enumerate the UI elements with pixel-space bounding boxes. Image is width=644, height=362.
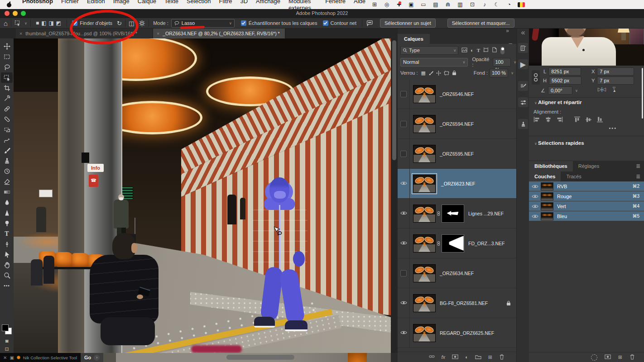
- belgium-flag-icon[interactable]: [516, 1, 526, 8]
- move-tool[interactable]: [1, 41, 13, 52]
- volume-icon[interactable]: ♪: [480, 1, 490, 8]
- quick-selections-title[interactable]: Sélections rapides: [538, 140, 584, 146]
- screen-record-icon[interactable]: ▭: [418, 1, 428, 8]
- tab-traces[interactable]: Tracés: [561, 171, 586, 182]
- layer-thumbnail[interactable]: [413, 294, 436, 312]
- actions-play-icon[interactable]: ▶: [518, 59, 528, 69]
- type-tool[interactable]: T: [1, 229, 13, 239]
- layer-thumbnail[interactable]: [413, 145, 436, 163]
- layer-visibility-checkbox[interactable]: [400, 270, 407, 276]
- lock-transparency-icon[interactable]: ▦: [421, 70, 426, 76]
- tool-preset-icon[interactable]: ∨: [14, 20, 27, 26]
- layer-visibility-eye-icon[interactable]: [400, 241, 407, 246]
- foreground-color-swatch[interactable]: [2, 324, 9, 331]
- blend-mode-dropdown[interactable]: Normal∨: [400, 58, 468, 67]
- align-left-icon[interactable]: [533, 116, 540, 123]
- layer-thumbnail[interactable]: [413, 264, 436, 282]
- selection-mode-icons[interactable]: ■◧◨◩: [36, 20, 63, 26]
- object-selection-tool[interactable]: [1, 72, 13, 83]
- zoom-tool[interactable]: [1, 270, 13, 281]
- filter-adjustment-icon[interactable]: ◐: [471, 48, 474, 53]
- delete-channel-trash-icon[interactable]: [630, 354, 635, 361]
- tab-couches[interactable]: Couches: [529, 171, 561, 182]
- gradient-tool[interactable]: [1, 187, 13, 197]
- align-top-icon[interactable]: [574, 116, 581, 123]
- eraser-tool[interactable]: [1, 176, 13, 187]
- add-mask-icon[interactable]: [452, 354, 458, 360]
- history-brush-tool[interactable]: [1, 166, 13, 176]
- crop-tool[interactable]: [1, 83, 13, 93]
- align-bottom-icon[interactable]: [596, 116, 603, 123]
- document-canvas[interactable]: Info ☎: [14, 38, 391, 353]
- tab-bibliotheques[interactable]: Bibliothèques: [529, 161, 573, 171]
- document-tab-1[interactable]: ×_ORZ6634.NEF @ 80,2% (_ORZ6623.NEF, RVB…: [153, 28, 285, 38]
- layer-name[interactable]: _ORZ6546.NEF: [440, 91, 474, 97]
- fill-chevron-icon[interactable]: ∨: [511, 71, 514, 75]
- clone-stamp-tool[interactable]: [1, 156, 13, 166]
- path-selection-tool[interactable]: [1, 249, 13, 260]
- layer-style-fx-icon[interactable]: fx: [442, 354, 446, 360]
- window-icon[interactable]: ▣: [10, 355, 14, 360]
- moon-icon[interactable]: ☾: [492, 1, 502, 8]
- channel-visibility-eye-icon[interactable]: [529, 204, 541, 209]
- layer-name[interactable]: Lignes ...29.NEF: [468, 211, 504, 216]
- layer-name[interactable]: _ORZ6594.NEF: [440, 121, 474, 127]
- clipboard-icon[interactable]: ▤: [431, 1, 441, 8]
- lock-paint-icon[interactable]: [428, 71, 433, 76]
- channel-row-Rouge[interactable]: Rouge⌘3: [529, 191, 644, 201]
- tab-reglages[interactable]: Réglages: [573, 161, 605, 171]
- brushes-panel-icon[interactable]: [518, 81, 528, 91]
- new-group-folder-icon[interactable]: [475, 354, 481, 360]
- layer-row-0[interactable]: _ORZ6546.NEF: [398, 79, 516, 109]
- spot-healing-tool[interactable]: [1, 104, 13, 114]
- patch-tool[interactable]: [1, 124, 13, 135]
- apple-icon[interactable]: [6, 1, 12, 8]
- video-camera-icon[interactable]: ▣: [406, 1, 416, 8]
- selected-person-head[interactable]: [269, 177, 289, 203]
- home-icon[interactable]: ⌂: [4, 19, 8, 27]
- window-manager-icon[interactable]: ▥: [455, 1, 465, 8]
- lasso-tool[interactable]: [1, 62, 13, 72]
- adjustments-panel-icon[interactable]: [518, 43, 528, 53]
- layer-visibility-checkbox[interactable]: [400, 151, 407, 157]
- panel-scrollbar[interactable]: [642, 68, 643, 119]
- close-icon[interactable]: ✕: [3, 355, 7, 360]
- layer-visibility-checkbox[interactable]: [400, 91, 407, 97]
- channel-visibility-eye-icon[interactable]: [529, 184, 541, 189]
- align-more-options[interactable]: •••: [609, 125, 617, 131]
- marquee-tool[interactable]: [1, 52, 13, 62]
- eyedropper-tool[interactable]: [1, 93, 13, 104]
- layer-name[interactable]: _ORZ6634.NEF: [440, 271, 474, 276]
- brush-tool[interactable]: [1, 145, 13, 156]
- save-selection-mask-icon[interactable]: [605, 354, 611, 360]
- fan-icon[interactable]: ◔: [504, 1, 514, 8]
- filter-smart-object-icon[interactable]: [492, 47, 497, 53]
- angle-chevron-icon[interactable]: ∨: [575, 89, 578, 93]
- color-swatches[interactable]: [2, 324, 12, 334]
- layer-name[interactable]: REGARD_ORZ6625.NEF: [440, 330, 494, 336]
- channel-visibility-eye-icon[interactable]: [529, 194, 541, 199]
- quick-mask-icon[interactable]: ◙: [0, 338, 14, 343]
- gear-icon[interactable]: [139, 20, 145, 27]
- layer-filter-dropdown[interactable]: Type ∨: [400, 46, 458, 55]
- healing-brush-tool[interactable]: [1, 114, 13, 124]
- feedback-comment-icon[interactable]: [365, 20, 373, 26]
- layer-thumbnail[interactable]: [413, 115, 436, 133]
- layer-thumbnail[interactable]: [413, 85, 436, 103]
- layer-name[interactable]: FD_ORZ...3.NEF: [468, 241, 505, 246]
- y-field[interactable]: 7 px: [597, 76, 634, 85]
- layer-visibility-eye-icon[interactable]: [400, 330, 407, 336]
- layer-thumbnail[interactable]: [413, 205, 436, 223]
- layer-visibility-eye-icon[interactable]: [400, 300, 407, 306]
- layer-visibility-eye-icon[interactable]: [400, 211, 407, 216]
- lock-position-icon[interactable]: [436, 71, 441, 76]
- close-tab-icon[interactable]: ×: [19, 31, 22, 36]
- filter-shape-icon[interactable]: [483, 48, 489, 53]
- canvas-vertical-scrollbar[interactable]: [391, 38, 398, 353]
- align-center-horizontal-icon[interactable]: [545, 116, 552, 123]
- align-right-icon[interactable]: [556, 116, 563, 123]
- align-section-title[interactable]: Aligner et répartir: [538, 100, 582, 105]
- layer-mask-thumbnail[interactable]: [442, 205, 464, 223]
- panel-menu-icon[interactable]: ≣: [636, 161, 640, 171]
- document-tab-0[interactable]: ×thumbnail_ORZ6579-Mou...psd @ 100% (RVB…: [16, 28, 153, 38]
